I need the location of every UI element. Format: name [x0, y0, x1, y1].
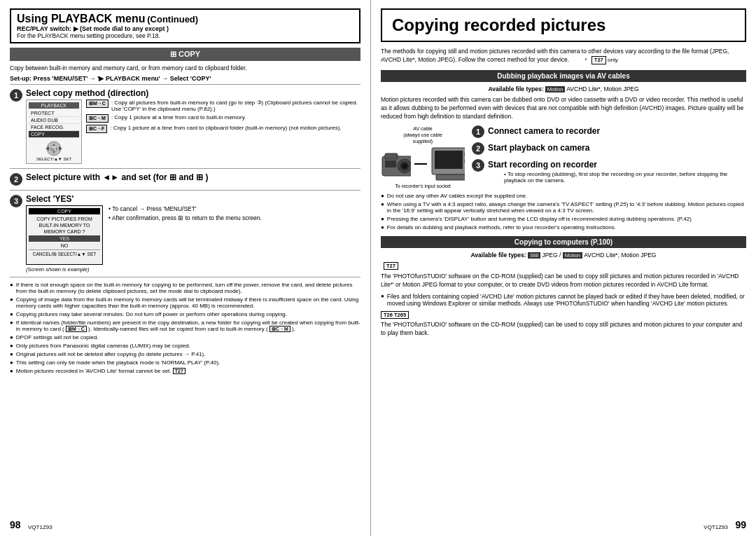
- computers-available-label: Available file types:: [471, 252, 526, 259]
- header-subtitle: REC/PLAY switch: ▶ (Set mode dial to any…: [17, 25, 354, 32]
- copy-screen-container: COPY COPY PICTURES FROM BUILT-IN MEMORY …: [26, 205, 103, 273]
- bullet-dot-1: ●: [10, 282, 13, 294]
- t127-badge: T27: [592, 56, 606, 65]
- right-intro: The methods for copying still and motion…: [381, 48, 746, 64]
- motion-badge: Motion: [545, 86, 566, 92]
- right-page: Copying recorded pictures The methods fo…: [371, 0, 756, 536]
- dubbing-step-1-title: Connect camera to recorder: [488, 125, 600, 136]
- menu-nav: SET: [29, 141, 79, 157]
- step-2-number: 2: [10, 173, 22, 186]
- option-m-to-c: ⊞M→C : Copy all pictures from built-in m…: [86, 99, 360, 112]
- page-number-right: 99: [735, 519, 746, 530]
- dubbing-step-3-note: • To stop recording (dubbing), first sto…: [504, 171, 746, 184]
- bullet-text-5: DPOF settings will not be copied.: [16, 334, 99, 341]
- right-title: Copying recorded pictures: [381, 8, 746, 42]
- bullet-dot-7: ●: [10, 351, 13, 357]
- cable-connector: [414, 163, 427, 165]
- screen-divider: [29, 249, 100, 250]
- dubbing-diagram: AV cable(always use cablesupplied): [381, 125, 465, 188]
- icon-c-to-f: ⊞C→F: [86, 125, 107, 133]
- svg-rect-15: [464, 152, 465, 156]
- t127-desc: The 'PHOTOfunSTUDIO' software on the CD-…: [381, 273, 746, 289]
- bullet-dot-5: ●: [10, 334, 13, 341]
- icon-c-to-m: ⊞C→M: [86, 114, 108, 123]
- step-3-number: 3: [10, 195, 22, 207]
- motion-badge-2: Motion: [563, 252, 583, 259]
- step-1-inner: PLAYBACK PROTECT AUDIO DUB FACE RECOG. C…: [26, 99, 360, 164]
- bullet-dot-2: ●: [10, 296, 13, 309]
- screen-note: (Screen shown is example): [26, 266, 89, 273]
- text-c-to-m: : Copy 1 picture at a time from card to …: [111, 114, 246, 121]
- dubbing-steps: 1 Connect camera to recorder 2 Start pla…: [472, 125, 746, 188]
- camera-svg: [381, 151, 411, 177]
- divider-3: [10, 277, 360, 277]
- copy-screen: COPY COPY PICTURES FROM BUILT-IN MEMORY …: [26, 205, 103, 265]
- option-c-to-f: ⊞C→F : Copy 1 picture at a time from car…: [86, 125, 360, 133]
- step-3-title: Select 'YES': [26, 194, 360, 204]
- bullet-1: ● If there is not enough space on the bu…: [10, 282, 360, 294]
- computers-available: Available file types: Still JPEG / Motio…: [381, 252, 746, 259]
- avchd-text-2: AVCHD Lite*, Motion JPEG: [584, 252, 656, 259]
- menu-face-recog: FACE RECOG.: [29, 124, 79, 131]
- t126-desc: The 'PHOTOfunSTUDIO' software on the CD-…: [381, 321, 746, 338]
- step-1-options: ⊞M→C : Copy all pictures from built-in m…: [86, 99, 360, 135]
- dubbing-layout: AV cable(always use cablesupplied): [381, 125, 746, 188]
- intro-note: * T27 only: [585, 57, 618, 63]
- bullet-dot-4: ●: [10, 319, 13, 332]
- divider-1: [10, 168, 360, 169]
- step-2-title: Select picture with ◄► and set (for ⊞ an…: [26, 172, 360, 182]
- bullet-dot-9: ●: [10, 368, 13, 374]
- text-m-to-c: : Copy all pictures from built-in memory…: [111, 99, 360, 112]
- step-3-notes: • To cancel → Press 'MENU/SET' • After c…: [108, 205, 262, 221]
- option-c-to-m: ⊞C→M : Copy 1 picture at a time from car…: [86, 114, 360, 123]
- step-1: 1 Select copy method (direction) PLAYBAC…: [10, 88, 360, 164]
- dubbing-bullets: ● Do not use any other AV cables except …: [381, 193, 746, 231]
- recorder-svg: [430, 146, 465, 181]
- copy-desc: Copy between built-in memory and memory …: [10, 64, 360, 71]
- bullet-text-7: Original pictures will not be deleted af…: [16, 351, 206, 357]
- bullet-text-3: Copying pictures may take several minute…: [16, 311, 287, 317]
- step-3-inner: COPY COPY PICTURES FROM BUILT-IN MEMORY …: [26, 205, 360, 273]
- t127-section: T27: [381, 261, 746, 270]
- svg-rect-17: [436, 174, 465, 180]
- model-number-right: VQT1Z93: [704, 524, 728, 530]
- dubbing-bullet-text-1: Do not use any other AV cables except th…: [387, 193, 527, 199]
- bullet-text-2: Copying of image data from the built-in …: [16, 296, 360, 309]
- dubbing-bullet-2: ● When using a TV with a 4:3 aspect rati…: [381, 201, 746, 214]
- bullet-dot-8: ●: [10, 359, 13, 366]
- svg-point-11: [402, 164, 407, 168]
- dubbing-step-1-content: Connect camera to recorder: [488, 125, 600, 136]
- nav-icon: SET: [42, 141, 66, 156]
- step3-note2: • After confirmation, press ⊞ to return …: [108, 214, 262, 221]
- step-1-title: Select copy method (direction): [26, 88, 360, 98]
- dubbing-step-3-num: 3: [472, 159, 484, 172]
- menu-title: PLAYBACK: [29, 102, 79, 109]
- copy-header: ⊞ COPY: [10, 48, 360, 61]
- screen-bottom: CANCEL/⊞ SELECT/▲▼ SET: [29, 252, 100, 257]
- bullet-8: ● This setting can only be made when the…: [10, 359, 360, 366]
- svg-rect-16: [464, 159, 465, 163]
- icon-m-to-c: ⊞M→C: [86, 99, 108, 108]
- screen-line-1: COPY PICTURES FROM: [29, 217, 100, 221]
- dubbing-step-3-content: Start recording on recorder • To stop re…: [488, 159, 746, 184]
- socket-label: To recorder's input socket: [381, 184, 465, 188]
- avchd-text: AVCHD Lite*, Motion JPEG: [566, 85, 638, 92]
- playback-menu: PLAYBACK PROTECT AUDIO DUB FACE RECOG. C…: [26, 99, 82, 164]
- diagram-row: [381, 146, 465, 181]
- available-label: Available file types:: [488, 85, 543, 92]
- dubbing-step-2: 2 Start playback on camera: [472, 142, 746, 155]
- dubbing-step-3-title: Start recording on recorder: [488, 159, 746, 170]
- computers-bullet-1: ● Files and folders containing copied 'A…: [381, 293, 746, 307]
- cable-label: AV cable(always use cablesupplied): [381, 125, 465, 144]
- dubbing-step-3: 3 Start recording on recorder • To stop …: [472, 159, 746, 184]
- svg-rect-14: [435, 151, 463, 169]
- step-1-content: Select copy method (direction) PLAYBACK …: [26, 88, 360, 164]
- setup-text: Set-up: Press 'MENU/SET' → '▶ PLAYBACK m…: [10, 75, 360, 85]
- model-number-left: VQT1Z93: [28, 524, 52, 530]
- step-2: 2 Select picture with ◄► and set (for ⊞ …: [10, 172, 360, 186]
- svg-rect-12: [385, 160, 396, 167]
- computers-header: Copying to computers (P.100): [381, 236, 746, 248]
- dubbing-desc: Motion pictures recorded with this camer…: [381, 96, 746, 121]
- screen-title: COPY: [29, 208, 100, 214]
- t127-badge-2: T27: [384, 262, 398, 270]
